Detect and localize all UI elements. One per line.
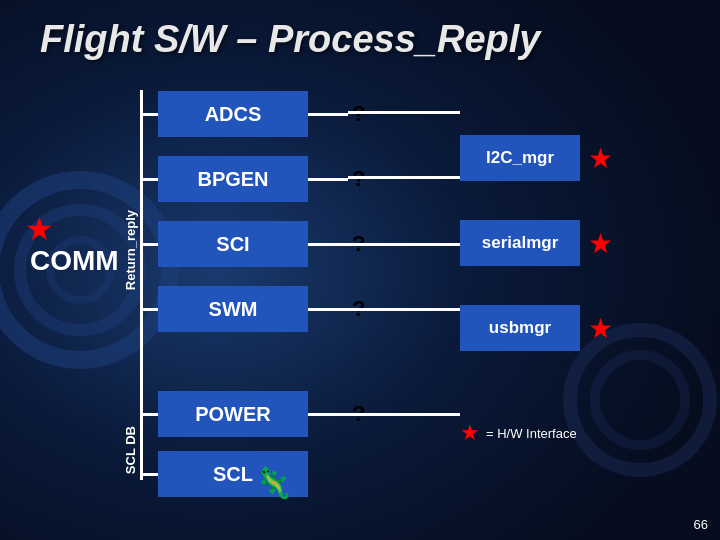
row-power: POWER ? — [143, 390, 365, 438]
box-bpgen: BPGEN — [158, 156, 308, 202]
box-usbmgr: usbmgr — [460, 305, 580, 351]
box-power: POWER — [158, 391, 308, 437]
row-adcs: ADCS ? — [143, 90, 365, 138]
arrow-line-adcs — [308, 113, 348, 116]
arrow-adcs: ? — [308, 101, 365, 127]
row-bpgen: BPGEN ? — [143, 155, 365, 203]
right-item-serialmgr: serialmgr ★ — [460, 220, 613, 266]
comm-label: COMM — [30, 245, 119, 277]
page-title: Flight S/W – Process_Reply — [40, 18, 540, 61]
right-item-i2cmgr: I2C_mgr ★ — [460, 135, 613, 181]
arrow-bpgen: ? — [308, 166, 365, 192]
star-serialmgr-icon: ★ — [588, 227, 613, 260]
box-serialmgr: serialmgr — [460, 220, 580, 266]
right-item-usbmgr: usbmgr ★ — [460, 305, 613, 351]
question-adcs: ? — [352, 101, 365, 127]
star-i2cmgr-icon: ★ — [588, 142, 613, 175]
connector-sci-serialmgr — [348, 243, 460, 246]
box-sci: SCI — [158, 221, 308, 267]
return-reply-container: Return_reply — [115, 110, 145, 390]
connector-bpgen-i2cmgr — [348, 176, 460, 179]
h-line-adcs — [143, 113, 158, 116]
legend-star-icon: ★ — [460, 420, 480, 446]
h-line-scl — [143, 473, 158, 476]
connector-swm-usbmgr — [348, 308, 460, 311]
arrow-line-power — [308, 413, 348, 416]
box-swm: SWM — [158, 286, 308, 332]
arrow-line-sci — [308, 243, 348, 246]
legend-label: = H/W Interface — [486, 426, 577, 441]
arrow-line-swm — [308, 308, 348, 311]
legend: ★ = H/W Interface — [460, 420, 577, 446]
star-usbmgr-icon: ★ — [588, 312, 613, 345]
main-container: ★ COMM Return_reply SCL DB ADCS ? BPGEN … — [30, 90, 690, 520]
connector-adcs-i2cmgr — [348, 111, 460, 114]
box-adcs: ADCS — [158, 91, 308, 137]
return-reply-label: Return_reply — [123, 210, 138, 290]
scl-db-label: SCL DB — [123, 426, 138, 474]
h-line-swm — [143, 308, 158, 311]
comm-star-icon: ★ — [25, 210, 54, 248]
h-line-power — [143, 413, 158, 416]
row-swm: SWM ? — [143, 285, 365, 333]
row-sci: SCI ? — [143, 220, 365, 268]
box-i2cmgr: I2C_mgr — [460, 135, 580, 181]
connector-power — [348, 413, 460, 416]
h-line-sci — [143, 243, 158, 246]
scl-db-container: SCL DB — [115, 400, 145, 500]
h-line-bpgen — [143, 178, 158, 181]
mascot-icon: 🦎 — [255, 465, 292, 500]
page-number: 66 — [694, 517, 708, 532]
arrow-line-bpgen — [308, 178, 348, 181]
question-bpgen: ? — [352, 166, 365, 192]
